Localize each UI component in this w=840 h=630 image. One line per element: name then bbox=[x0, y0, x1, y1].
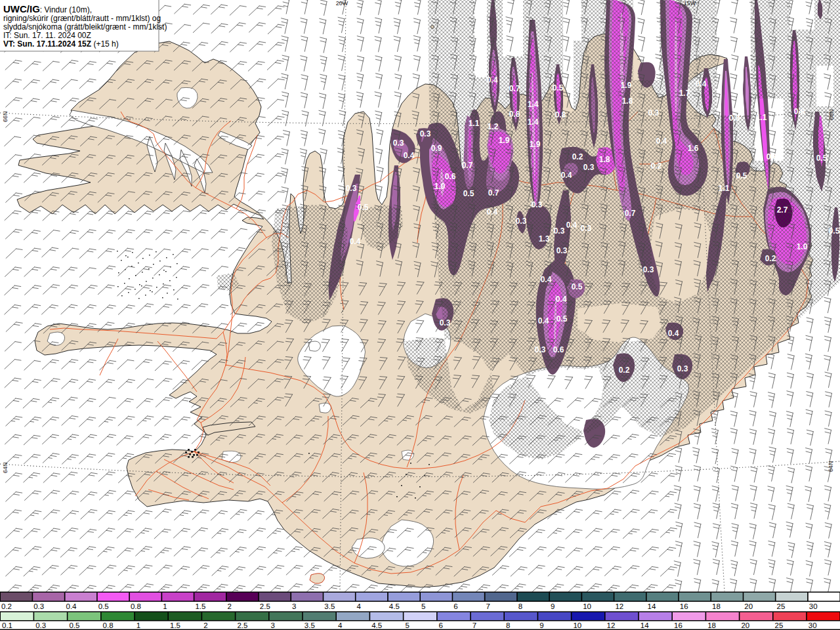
svg-text:0.4: 0.4 bbox=[561, 171, 572, 180]
svg-text:5: 5 bbox=[421, 602, 425, 610]
svg-text:14: 14 bbox=[648, 602, 656, 610]
svg-text:9: 9 bbox=[539, 621, 543, 629]
svg-text:20: 20 bbox=[744, 602, 753, 610]
svg-text:1.1: 1.1 bbox=[469, 119, 480, 128]
svg-text:0.5: 0.5 bbox=[463, 189, 474, 198]
svg-text:0.4: 0.4 bbox=[66, 602, 77, 610]
svg-text:25: 25 bbox=[777, 602, 786, 610]
svg-text:12: 12 bbox=[615, 602, 623, 610]
svg-text:2: 2 bbox=[228, 602, 232, 610]
svg-text:18: 18 bbox=[712, 602, 721, 610]
svg-text:1.8: 1.8 bbox=[599, 155, 610, 164]
svg-text:2.5: 2.5 bbox=[237, 621, 247, 629]
svg-text:66N: 66N bbox=[2, 111, 9, 122]
svg-text:0.8: 0.8 bbox=[103, 621, 114, 629]
svg-text:0.7: 0.7 bbox=[509, 84, 520, 93]
svg-text:0.8: 0.8 bbox=[555, 110, 566, 119]
svg-text:14: 14 bbox=[640, 621, 649, 629]
svg-text:8: 8 bbox=[506, 621, 510, 629]
svg-text:slydda/snjókoma (grátt/bleikt/: slydda/snjókoma (grátt/bleikt/grænt - mm… bbox=[3, 22, 167, 32]
svg-text:0.2: 0.2 bbox=[765, 254, 776, 263]
svg-text:1.6: 1.6 bbox=[688, 144, 699, 153]
svg-text:0.8: 0.8 bbox=[509, 110, 520, 119]
svg-text:0.5: 0.5 bbox=[816, 154, 828, 163]
svg-text:0.5: 0.5 bbox=[556, 314, 568, 324]
svg-text:7: 7 bbox=[472, 621, 476, 629]
svg-text:4: 4 bbox=[357, 602, 362, 610]
svg-text:0.4: 0.4 bbox=[668, 329, 679, 338]
svg-text:0.1: 0.1 bbox=[2, 621, 12, 629]
svg-text:0.2: 0.2 bbox=[1, 602, 12, 610]
svg-text:1.5: 1.5 bbox=[170, 621, 180, 629]
svg-text:0.3: 0.3 bbox=[420, 129, 431, 138]
svg-text:1.4: 1.4 bbox=[528, 100, 539, 109]
svg-text:0.5: 0.5 bbox=[98, 602, 109, 610]
svg-text:0.3: 0.3 bbox=[581, 224, 592, 233]
svg-text:0.7: 0.7 bbox=[488, 188, 499, 198]
svg-text:0.6: 0.6 bbox=[766, 152, 778, 161]
svg-text:0.3: 0.3 bbox=[648, 108, 660, 117]
svg-text:0.8: 0.8 bbox=[131, 602, 141, 610]
svg-text:0.4: 0.4 bbox=[541, 275, 552, 284]
svg-text:4.5: 4.5 bbox=[371, 621, 382, 629]
svg-text:0.6: 0.6 bbox=[445, 172, 456, 181]
svg-text:10: 10 bbox=[573, 621, 581, 629]
svg-text:1.0: 1.0 bbox=[434, 182, 446, 191]
svg-text:18: 18 bbox=[707, 621, 716, 629]
svg-text:3: 3 bbox=[271, 621, 275, 629]
svg-text:64N: 64N bbox=[2, 462, 9, 473]
svg-text:0.3: 0.3 bbox=[535, 345, 546, 354]
svg-text:1.9: 1.9 bbox=[499, 136, 510, 145]
svg-text:4: 4 bbox=[338, 621, 343, 629]
svg-text:1.9: 1.9 bbox=[621, 81, 632, 90]
svg-text:1.8: 1.8 bbox=[622, 96, 633, 106]
svg-text:0.3: 0.3 bbox=[35, 621, 46, 629]
svg-text:30: 30 bbox=[808, 621, 817, 629]
svg-text:0.3: 0.3 bbox=[554, 226, 565, 236]
svg-text:0.4: 0.4 bbox=[696, 79, 707, 89]
svg-text:0.6: 0.6 bbox=[553, 345, 564, 354]
svg-text:1.1: 1.1 bbox=[719, 184, 730, 193]
svg-text:0.3: 0.3 bbox=[677, 364, 688, 373]
svg-text:0.7: 0.7 bbox=[625, 209, 636, 218]
svg-text:0.4: 0.4 bbox=[556, 295, 567, 304]
svg-text:30: 30 bbox=[809, 602, 818, 610]
svg-text:1.4: 1.4 bbox=[528, 117, 539, 127]
svg-text:1.3: 1.3 bbox=[539, 234, 550, 243]
svg-text:1.1: 1.1 bbox=[756, 113, 767, 122]
svg-text:2: 2 bbox=[203, 621, 207, 629]
svg-text:66N: 66N bbox=[828, 109, 835, 120]
svg-text:0.4: 0.4 bbox=[487, 75, 498, 85]
svg-text:0.2: 0.2 bbox=[572, 152, 583, 161]
svg-text:0.3: 0.3 bbox=[393, 138, 404, 148]
svg-text:0.4: 0.4 bbox=[350, 237, 361, 246]
svg-text:9: 9 bbox=[551, 602, 555, 610]
svg-text:0.3: 0.3 bbox=[583, 163, 595, 172]
svg-text:0.7: 0.7 bbox=[462, 161, 473, 170]
svg-text:0.5: 0.5 bbox=[572, 282, 583, 291]
svg-text:25: 25 bbox=[775, 621, 784, 629]
svg-text:12: 12 bbox=[607, 621, 616, 629]
svg-text:rigning/skúrir (grænt/blátt/ra: rigning/skúrir (grænt/blátt/rautt - mm/1… bbox=[3, 14, 161, 23]
svg-text:1.0: 1.0 bbox=[797, 242, 808, 251]
svg-text:0.5: 0.5 bbox=[553, 83, 564, 93]
svg-text:0.3: 0.3 bbox=[440, 318, 451, 327]
svg-text:0.9: 0.9 bbox=[431, 144, 442, 153]
svg-text:0.4: 0.4 bbox=[538, 316, 549, 326]
svg-text:2.5: 2.5 bbox=[260, 602, 270, 610]
svg-text:0.3: 0.3 bbox=[33, 602, 44, 610]
svg-text:0.2: 0.2 bbox=[651, 161, 662, 171]
svg-text:64N: 64N bbox=[828, 461, 834, 472]
svg-text:0.4: 0.4 bbox=[487, 207, 498, 217]
svg-text:VT: Sun. 17.11.2024 15Z (+15 h: VT: Sun. 17.11.2024 15Z (+15 h) bbox=[3, 39, 119, 49]
svg-text:0.4: 0.4 bbox=[656, 136, 667, 146]
svg-text:UWC/IG: Vindur (10m),: UWC/IG: Vindur (10m), bbox=[3, 3, 92, 14]
svg-text:0.4: 0.4 bbox=[566, 220, 578, 230]
svg-text:0.5: 0.5 bbox=[829, 226, 840, 236]
svg-text:3: 3 bbox=[292, 602, 296, 610]
svg-text:8: 8 bbox=[518, 602, 522, 610]
svg-text:2.7: 2.7 bbox=[777, 205, 788, 215]
svg-text:20: 20 bbox=[741, 621, 749, 629]
svg-text:0.4: 0.4 bbox=[404, 151, 415, 160]
svg-text:16: 16 bbox=[680, 602, 688, 610]
